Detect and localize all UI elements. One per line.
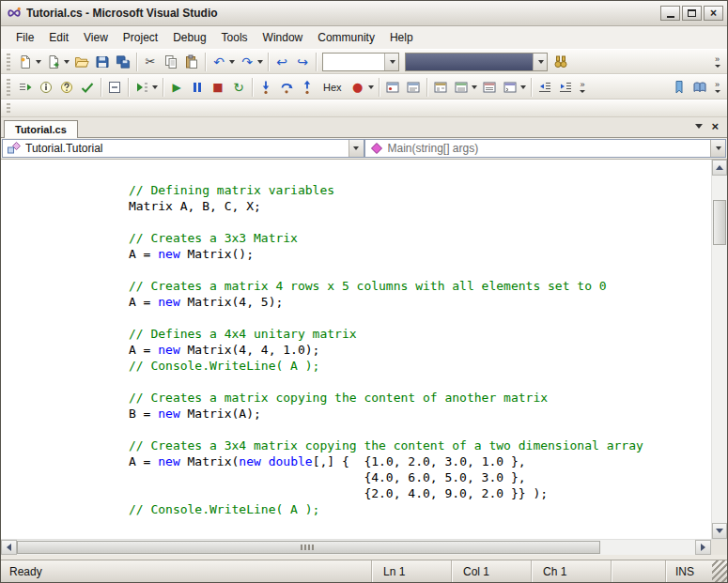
add-item-icon[interactable] xyxy=(43,52,71,72)
save-icon[interactable] xyxy=(92,52,113,72)
scroll-thumb-grip xyxy=(301,545,316,550)
code-line: A = new Matrix(4, 4, 1.0); xyxy=(40,342,711,358)
horizontal-scrollbar[interactable] xyxy=(1,540,711,555)
stop-debugging-icon[interactable]: ■ xyxy=(208,77,228,98)
code-line xyxy=(40,262,711,278)
start-debugging-icon[interactable]: ▶ xyxy=(166,77,187,98)
save-all-icon[interactable] xyxy=(113,52,133,72)
menu-community[interactable]: Community xyxy=(310,27,382,48)
menu-debug[interactable]: Debug xyxy=(165,27,213,48)
debug-target-icon xyxy=(133,79,150,96)
types-dropdown-value: Tutorial.Tutorial xyxy=(25,142,345,155)
code-line: // Console.WriteLine( A ); xyxy=(40,358,711,374)
redo-icon[interactable]: ↷ xyxy=(237,52,265,72)
horizontal-scroll-track[interactable] xyxy=(17,540,695,555)
bookmark-icon[interactable] xyxy=(669,77,689,98)
toolbar-separator xyxy=(426,78,427,97)
decrease-indent-icon[interactable] xyxy=(534,77,555,98)
break-all-icon[interactable] xyxy=(187,77,208,98)
breakpoints-icon: ● xyxy=(349,79,366,96)
hex-toggle-button[interactable]: Hex xyxy=(318,77,348,98)
increase-indent-icon[interactable] xyxy=(555,77,576,98)
status-column-number: Col 1 xyxy=(451,560,531,582)
cut-icon[interactable]: ✂ xyxy=(140,52,161,72)
toolbar-options-button-2[interactable]: » xyxy=(577,81,589,92)
vertical-scroll-thumb[interactable] xyxy=(713,200,726,245)
menu-window[interactable]: Window xyxy=(256,27,311,48)
toolbar-grip[interactable] xyxy=(7,103,10,115)
navigate-forward-icon[interactable]: ↪ xyxy=(292,52,313,72)
method-icon xyxy=(369,141,384,156)
scroll-down-button[interactable] xyxy=(712,523,727,539)
scroll-right-button[interactable] xyxy=(695,540,711,555)
find-in-files-icon[interactable] xyxy=(550,52,571,72)
types-dropdown-arrow[interactable] xyxy=(349,140,364,157)
toggle-outlining-icon[interactable] xyxy=(104,77,125,98)
paste-icon[interactable] xyxy=(181,52,202,72)
code-editor[interactable]: // Defining matrix variables Matrix A, B… xyxy=(1,160,711,539)
members-dropdown[interactable]: Main(string[] args) xyxy=(364,139,727,158)
step-out-icon[interactable] xyxy=(297,77,318,98)
vertical-scrollbar[interactable] xyxy=(711,160,727,539)
book-icon[interactable] xyxy=(689,77,710,98)
solution-configurations-combo[interactable] xyxy=(322,53,399,71)
complete-word-icon[interactable] xyxy=(77,77,98,98)
debug-target-icon[interactable] xyxy=(132,77,160,98)
menu-help[interactable]: Help xyxy=(382,27,421,48)
toolbar-options-button[interactable]: » xyxy=(711,55,723,67)
members-dropdown-arrow[interactable] xyxy=(710,140,725,157)
toolbar-separator xyxy=(252,78,253,97)
code-line: {4.0, 6.0, 5.0, 3.0 }, xyxy=(40,469,711,485)
toolbar-separator xyxy=(128,78,129,97)
breakpoints-icon[interactable]: ● xyxy=(348,77,376,98)
maximize-button[interactable] xyxy=(682,6,702,21)
member-list-icon[interactable] xyxy=(15,77,36,98)
editor-navigation-bar: Tutorial.Tutorial Main(string[] args) xyxy=(1,138,727,160)
scroll-left-button[interactable] xyxy=(1,540,17,555)
menu-project[interactable]: Project xyxy=(116,27,165,48)
close-document-icon[interactable]: × xyxy=(711,120,719,132)
step-over-icon[interactable] xyxy=(276,77,297,98)
new-project-icon[interactable] xyxy=(15,52,43,72)
parameter-info-icon[interactable] xyxy=(36,77,56,98)
close-button[interactable]: × xyxy=(704,6,723,21)
step-over-icon xyxy=(278,79,295,96)
scroll-up-button[interactable] xyxy=(712,160,727,176)
navigate-backward-icon: ↩ xyxy=(273,54,290,70)
find-combo[interactable] xyxy=(405,53,548,71)
status-insert-mode: INS xyxy=(665,560,712,582)
toolbar-grip[interactable] xyxy=(7,79,10,96)
output-window-icon[interactable] xyxy=(403,77,424,98)
breakpoints-window-icon[interactable] xyxy=(382,77,403,98)
navigate-backward-icon[interactable]: ↩ xyxy=(271,52,292,72)
code-line: // Creates a 3x4 matrix copying the cont… xyxy=(40,437,711,453)
restart-icon[interactable]: ↻ xyxy=(228,77,249,98)
quick-info-icon[interactable] xyxy=(56,77,77,98)
locals-window-icon[interactable] xyxy=(451,77,479,98)
step-into-icon[interactable] xyxy=(256,77,276,98)
vertical-scroll-track[interactable] xyxy=(712,176,727,523)
toolbar-options-button-3[interactable]: » xyxy=(711,81,723,92)
minimize-button[interactable] xyxy=(660,6,680,21)
types-dropdown[interactable]: Tutorial.Tutorial xyxy=(2,139,364,158)
tab-tutorial-cs[interactable]: Tutorial.cs xyxy=(4,120,78,138)
active-files-dropdown-icon[interactable] xyxy=(695,124,703,129)
menu-tools[interactable]: Tools xyxy=(214,27,256,48)
immediate-window-icon[interactable] xyxy=(500,77,528,98)
horizontal-scroll-thumb[interactable] xyxy=(17,541,600,554)
new-project-icon xyxy=(17,54,34,70)
watch-window-icon[interactable] xyxy=(430,77,451,98)
copy-icon[interactable] xyxy=(161,52,181,72)
save-icon xyxy=(94,54,111,70)
undo-icon[interactable]: ↶ xyxy=(209,52,237,72)
open-file-icon[interactable] xyxy=(71,52,92,72)
title-bar[interactable]: Tutorial.cs - Microsoft Visual Studio × xyxy=(1,1,727,26)
menu-edit[interactable]: Edit xyxy=(41,27,76,48)
menu-view[interactable]: View xyxy=(76,27,116,48)
toolbar-grip[interactable] xyxy=(7,54,10,70)
call-stack-window-icon[interactable] xyxy=(479,77,500,98)
menu-file[interactable]: File xyxy=(8,27,41,48)
menu-bar: FileEditViewProjectDebugToolsWindowCommu… xyxy=(1,26,727,49)
code-line: // Console.WriteLine( A ); xyxy=(40,501,711,517)
resize-grip-icon[interactable] xyxy=(712,560,727,582)
